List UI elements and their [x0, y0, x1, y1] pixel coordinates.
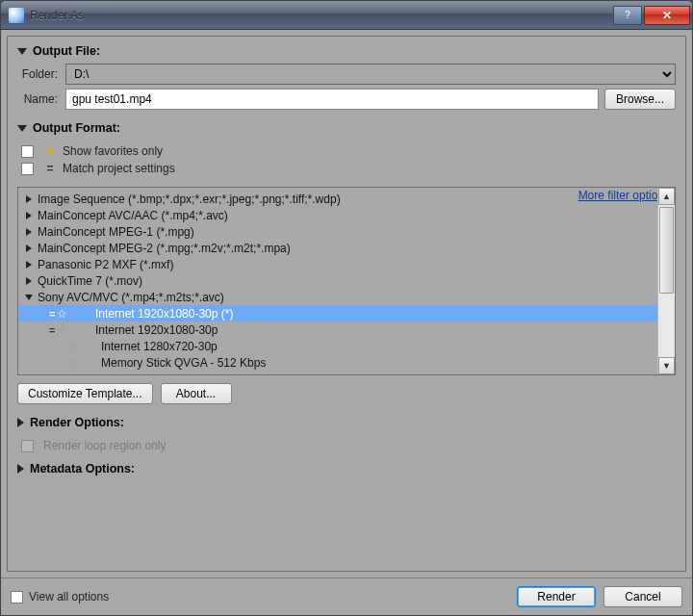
more-filter-link[interactable]: More filter options: [578, 189, 670, 202]
star-outline-icon: ☆: [70, 340, 81, 353]
format-tree[interactable]: Image Sequence (*.bmp;*.dpx;*.exr;*.jpeg…: [18, 188, 657, 374]
loop-region-checkbox: [21, 440, 34, 452]
star-outline-icon: ☆: [70, 356, 81, 370]
browse-button[interactable]: Browse...: [604, 89, 676, 110]
folder-select[interactable]: D:\: [65, 64, 676, 85]
match-icon: =: [46, 162, 53, 175]
section-render-options[interactable]: Render Options:: [17, 416, 676, 429]
scroll-up-button[interactable]: ▲: [658, 188, 675, 205]
chevron-right-icon: [26, 277, 32, 285]
client-area: Output File: Folder: D:\ Name: Browse...…: [7, 36, 686, 572]
match-checkbox[interactable]: [21, 163, 34, 175]
favorites-checkbox[interactable]: [21, 145, 34, 158]
tree-format-row[interactable]: Image Sequence (*.bmp;*.dpx;*.exr;*.jpeg…: [18, 191, 657, 207]
star-outline-icon: ☆: [57, 323, 67, 337]
scroll-down-button[interactable]: ▼: [658, 357, 675, 374]
star-outline-icon: ☆: [57, 307, 67, 321]
chevron-right-icon: [26, 244, 32, 252]
disclosure-open-icon: [17, 125, 27, 132]
render-button[interactable]: Render: [517, 586, 596, 607]
tree-format-row[interactable]: MainConcept AVC/AAC (*.mp4;*.avc): [18, 207, 657, 223]
disclosure-open-icon: [17, 48, 27, 55]
chevron-right-icon: [26, 261, 32, 269]
app-icon: [9, 8, 24, 23]
star-outline-icon: ☆: [70, 372, 81, 375]
name-label: Name:: [17, 92, 65, 106]
tree-preset-row[interactable]: =☆ Internet 1920x1080-30p (*): [18, 305, 657, 321]
tree-preset-row[interactable]: =☆ Internet 1920x1080-30p: [18, 321, 657, 338]
tree-preset-row[interactable]: ☆ Memory Stick QVGA - 896 Kbps: [18, 371, 657, 374]
tree-format-row[interactable]: Sony AVC/MVC (*.mp4;*.m2ts;*.avc): [18, 289, 657, 305]
window-title: Render As: [30, 9, 84, 22]
chevron-right-icon: [26, 212, 32, 219]
chevron-down-icon: [25, 295, 33, 300]
about-button[interactable]: About...: [161, 383, 232, 404]
tree-format-row[interactable]: Panasonic P2 MXF (*.mxf): [18, 256, 657, 272]
chevron-right-icon: [26, 195, 32, 203]
tree-format-row[interactable]: MainConcept MPEG-2 (*.mpg;*.m2v;*.m2t;*.…: [18, 240, 657, 256]
footer: View all options Render Cancel: [1, 578, 692, 615]
tree-scrollbar[interactable]: ▲ ▼: [657, 188, 675, 374]
view-all-checkbox[interactable]: [11, 591, 23, 603]
render-as-dialog: Render As ? ✕ Output File: Folder: D:\ N…: [0, 0, 693, 616]
folder-label: Folder:: [17, 67, 65, 81]
section-output-format[interactable]: Output Format:: [17, 121, 676, 135]
section-metadata-options[interactable]: Metadata Options:: [17, 462, 676, 475]
chevron-right-icon: [26, 228, 32, 236]
customize-template-button[interactable]: Customize Template...: [17, 383, 153, 404]
titlebar[interactable]: Render As ? ✕: [1, 1, 692, 30]
disclosure-closed-icon: [17, 464, 24, 474]
disclosure-closed-icon: [17, 418, 24, 427]
view-all-label: View all options: [29, 590, 109, 603]
help-button[interactable]: ?: [613, 6, 642, 25]
match-icon: =: [49, 324, 55, 336]
filename-input[interactable]: [65, 89, 599, 110]
match-label: Match project settings: [63, 162, 175, 175]
tree-preset-row[interactable]: ☆ Memory Stick QVGA - 512 Kbps: [18, 354, 657, 371]
match-icon: =: [49, 308, 55, 320]
close-button[interactable]: ✕: [644, 6, 690, 25]
star-icon: ★: [45, 144, 56, 158]
tree-format-row[interactable]: QuickTime 7 (*.mov): [18, 272, 657, 289]
favorites-label: Show favorites only: [63, 144, 163, 158]
cancel-button[interactable]: Cancel: [603, 586, 682, 607]
tree-format-row[interactable]: MainConcept MPEG-1 (*.mpg): [18, 223, 657, 240]
loop-region-label: Render loop region only: [43, 439, 166, 452]
tree-preset-row[interactable]: ☆ Internet 1280x720-30p: [18, 338, 657, 354]
scroll-thumb[interactable]: [659, 207, 674, 294]
section-output-file[interactable]: Output File:: [17, 44, 676, 58]
